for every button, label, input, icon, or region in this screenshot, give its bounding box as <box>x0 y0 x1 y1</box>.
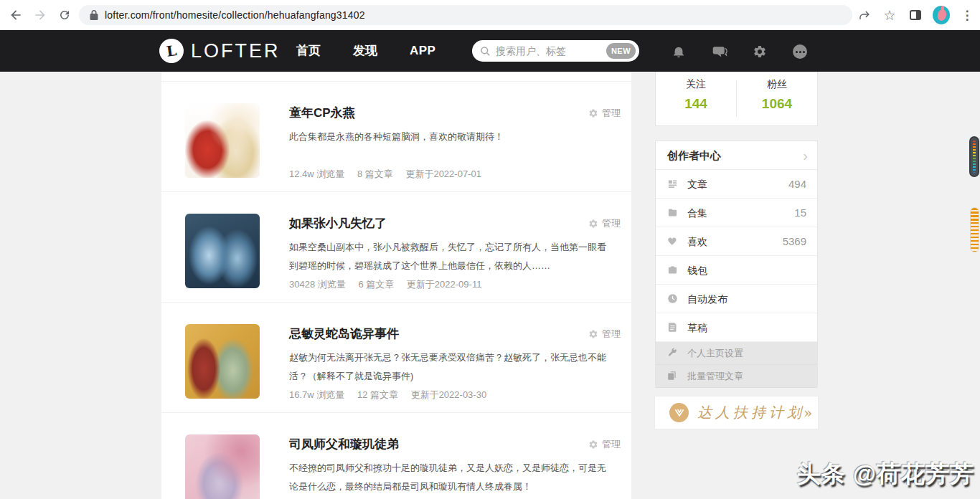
collection-title[interactable]: 童年CP永燕 <box>289 105 355 121</box>
lock-icon <box>90 10 98 20</box>
search-input[interactable] <box>496 45 589 57</box>
sidebar-item-batch-manage[interactable]: 批量管理文章 <box>656 365 817 388</box>
toutiao-watermark: 头条 @荷花芳芳 <box>797 458 974 490</box>
updated-date: 更新于2022-03-30 <box>411 389 487 400</box>
chevron-right-icon: › <box>803 141 808 170</box>
manage-label: 管理 <box>602 328 621 341</box>
side-panel-icon[interactable] <box>907 6 924 24</box>
screen: lofter.com/front/homesite/collection/heh… <box>0 0 980 499</box>
sidebar-item-wallet[interactable]: 钱包 <box>656 256 817 285</box>
search-icon <box>480 46 491 57</box>
pages-icon <box>667 371 677 381</box>
collection-stats: 30428 浏览量 6 篇文章 更新于2022-09-11 <box>289 278 491 291</box>
sidebar-item-label: 文章 <box>687 170 707 199</box>
collection-stats: 16.7w 浏览量 12 篇文章 更新于2022-03-30 <box>289 389 496 401</box>
lofter-navbar: L LOFTER 首页 发现 APP NEW <box>0 30 980 72</box>
collection-title[interactable]: 忌敏灵蛇岛诡异事件 <box>289 325 399 342</box>
browser-actions: ☆ ⋮ <box>855 5 976 25</box>
collection-cover-image[interactable] <box>185 103 260 178</box>
notifications-bell-icon[interactable] <box>669 42 688 61</box>
sidebar-item-homepage-settings[interactable]: 个人主页设置 <box>656 342 817 365</box>
creator-center-header[interactable]: 创作者中心 › <box>656 141 817 170</box>
sidebar-item-auto-publish[interactable]: 自动发布 <box>656 285 817 313</box>
creator-center-title: 创作者中心 <box>667 149 721 161</box>
sidebar-item-drafts[interactable]: 草稿 <box>656 313 817 342</box>
sidebar-item-collections[interactable]: 合集 15 <box>656 199 817 227</box>
nav-link-app[interactable]: APP <box>410 30 435 72</box>
bookmark-star-icon[interactable]: ☆ <box>881 6 898 24</box>
browser-reload-icon[interactable] <box>56 6 73 24</box>
collection-description: 如果空桑山副本中，张小凡被救醒后，失忆了，忘记了所有人，当他第一眼看到碧瑶的时候… <box>289 238 613 275</box>
sidebar-item-label: 钱包 <box>687 256 707 285</box>
heart-icon <box>667 236 678 247</box>
folder-icon <box>667 207 678 218</box>
more-options-icon[interactable] <box>791 42 809 61</box>
following-value: 144 <box>656 96 736 112</box>
wallet-icon <box>667 265 678 275</box>
collection-item[interactable]: 司凤师父和璇玑徒弟 管理 不经撩的司凤师父和撩功十足的璇玑徒弟，又是人妖恋，又是… <box>161 412 631 499</box>
nav-link-home[interactable]: 首页 <box>296 30 321 72</box>
collection-cover-image[interactable] <box>185 324 260 399</box>
collection-title[interactable]: 如果张小凡失忆了 <box>289 215 387 232</box>
manage-label: 管理 <box>602 438 621 451</box>
followers-stat[interactable]: 粉丝 1064 <box>737 72 817 125</box>
collection-description: 赵敏为何无法离开张无忌？张无忌要承受双倍痛苦？赵敏死了，张无忌也不能活？（解释不… <box>289 348 613 386</box>
wrench-icon <box>667 348 677 358</box>
collection-title[interactable]: 司凤师父和璇玑徒弟 <box>289 436 399 452</box>
sidebar-item-label: 合集 <box>687 199 707 227</box>
browser-forward-icon[interactable] <box>32 6 49 24</box>
talent-support-banner[interactable]: 达人扶持计划 » <box>655 396 818 429</box>
collection-stats: 12.4w 浏览量 8 篇文章 更新于2022-07-01 <box>289 168 491 181</box>
articles-count: 12 篇文章 <box>357 389 398 400</box>
manage-button[interactable]: 管理 <box>588 328 621 341</box>
sidebar-item-articles[interactable]: 文章 494 <box>656 170 817 199</box>
following-stat[interactable]: 关注 144 <box>656 72 736 125</box>
search-new-badge: NEW <box>606 43 636 59</box>
lofter-logo-icon: L <box>159 39 184 63</box>
scroll-marker-widget[interactable] <box>970 207 979 252</box>
creator-center-card: 创作者中心 › 文章 494 合集 15 喜欢 5369 <box>655 141 818 387</box>
search-box[interactable]: NEW <box>472 40 639 62</box>
collection-cover-image[interactable] <box>185 214 260 288</box>
share-icon[interactable] <box>855 6 872 24</box>
articles-count: 8 篇文章 <box>357 168 393 179</box>
collection-cover-image[interactable] <box>185 434 260 499</box>
clock-icon <box>667 293 678 304</box>
manage-button[interactable]: 管理 <box>588 438 621 451</box>
collection-item[interactable]: 忌敏灵蛇岛诡异事件 管理 赵敏为何无法离开张无忌？张无忌要承受双倍痛苦？赵敏死了… <box>161 302 631 412</box>
manage-label: 管理 <box>602 217 621 230</box>
manage-label: 管理 <box>602 107 621 120</box>
views-count: 16.7w 浏览量 <box>289 389 344 400</box>
url-text: lofter.com/front/homesite/collection/heh… <box>105 9 365 21</box>
double-chevron-icon: » <box>804 404 812 422</box>
sidebar-item-likes[interactable]: 喜欢 5369 <box>656 227 817 256</box>
sidebar-item-label: 个人主页设置 <box>687 342 743 365</box>
collections-count-value: 15 <box>794 199 806 227</box>
browser-back-icon[interactable] <box>7 6 24 24</box>
browser-avatar[interactable] <box>933 6 950 24</box>
document-icon <box>667 322 678 333</box>
messages-chat-icon[interactable] <box>710 42 729 61</box>
sidebar-item-label: 自动发布 <box>687 285 727 313</box>
settings-gear-icon[interactable] <box>750 42 769 61</box>
collection-description: 不经撩的司凤师父和撩功十足的璇玑徒弟，又是人妖恋，又是师徒恋，可是无论是什么恋，… <box>289 459 613 496</box>
follow-stats-card: 关注 144 粉丝 1064 <box>655 72 818 126</box>
address-bar[interactable]: lofter.com/front/homesite/collection/heh… <box>79 5 852 25</box>
collection-item[interactable]: 如果张小凡失忆了 管理 如果空桑山副本中，张小凡被救醒后，失忆了，忘记了所有人，… <box>161 191 631 302</box>
views-count: 30428 浏览量 <box>289 279 346 290</box>
views-count: 12.4w 浏览量 <box>289 168 344 179</box>
sidebar-item-label: 草稿 <box>687 313 707 342</box>
lofter-logo[interactable]: L LOFTER <box>159 39 281 63</box>
articles-count: 6 篇文章 <box>358 279 394 290</box>
articles-count-value: 494 <box>788 170 806 199</box>
manage-button[interactable]: 管理 <box>588 107 621 120</box>
scroll-minimap-widget[interactable] <box>969 136 979 177</box>
following-label: 关注 <box>656 78 736 91</box>
manage-gear-icon <box>588 219 598 229</box>
collection-item[interactable]: 童年CP永燕 管理 此合集都是永燕的各种短篇脑洞，喜欢的敬请期待！ 12.4w … <box>161 81 631 191</box>
sidebar-item-label: 批量管理文章 <box>687 365 743 388</box>
manage-button[interactable]: 管理 <box>588 217 621 230</box>
nav-link-discover[interactable]: 发现 <box>353 30 377 72</box>
browser-chrome: lofter.com/front/homesite/collection/heh… <box>0 0 980 30</box>
browser-menu-icon[interactable]: ⋮ <box>958 6 976 24</box>
